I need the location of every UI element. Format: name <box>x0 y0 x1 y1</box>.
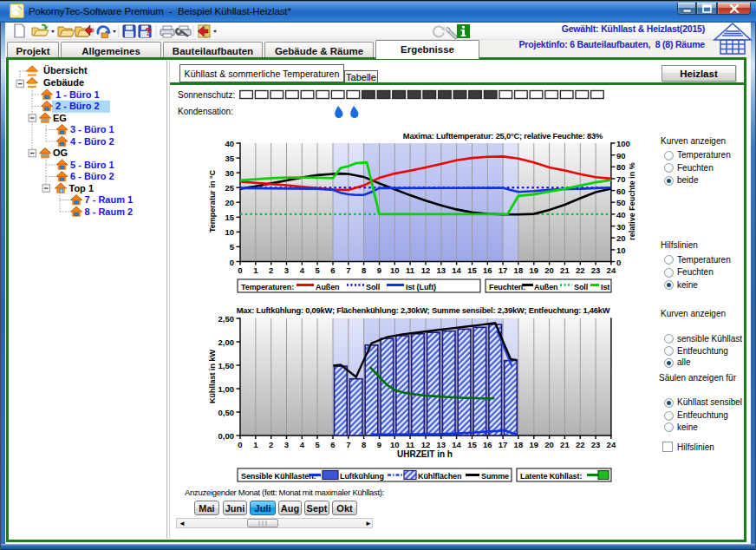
svg-text:10: 10 <box>225 227 234 237</box>
svg-text:2,50: 2,50 <box>218 314 235 324</box>
svg-text:24: 24 <box>607 265 616 275</box>
svg-text:24: 24 <box>607 440 616 449</box>
svg-text:0: 0 <box>230 258 234 267</box>
svg-text:Außen: Außen <box>534 283 558 291</box>
svg-text:30: 30 <box>225 168 234 178</box>
svg-text:0: 0 <box>238 440 242 449</box>
svg-text:0: 0 <box>616 258 621 267</box>
svg-text:2: 2 <box>269 440 273 449</box>
svg-text:Außen: Außen <box>316 283 340 291</box>
svg-text:Soll: Soll <box>574 283 588 291</box>
svg-text:Sonnenschutz:: Sonnenschutz: <box>178 90 235 100</box>
svg-text:15: 15 <box>467 440 477 449</box>
svg-text:Temperaturen:: Temperaturen: <box>241 283 294 291</box>
svg-text:11: 11 <box>406 440 415 449</box>
svg-text:1: 1 <box>253 265 258 275</box>
svg-text:13: 13 <box>437 265 446 275</box>
svg-text:Ist: Ist <box>601 283 609 291</box>
svg-text:100: 100 <box>616 139 630 148</box>
svg-text:17: 17 <box>499 440 508 449</box>
svg-text:40: 40 <box>616 210 626 219</box>
svg-text:12: 12 <box>421 265 431 275</box>
svg-text:0: 0 <box>238 265 242 275</box>
svg-text:1,50: 1,50 <box>218 361 235 370</box>
svg-text:Soll: Soll <box>366 283 380 291</box>
svg-text:13: 13 <box>437 440 446 449</box>
svg-text:22: 22 <box>576 440 585 449</box>
svg-text:19: 19 <box>530 440 539 449</box>
svg-text:8: 8 <box>362 265 366 275</box>
svg-text:14: 14 <box>452 440 461 449</box>
svg-text:Kühllast in kW: Kühllast in kW <box>208 350 217 404</box>
svg-text:?: ? <box>145 25 152 38</box>
svg-text:Luftkühlung: Luftkühlung <box>340 472 384 481</box>
svg-text:90: 90 <box>616 151 626 160</box>
svg-text:20: 20 <box>544 265 554 275</box>
svg-text:4: 4 <box>300 440 305 449</box>
svg-text:12: 12 <box>421 440 431 449</box>
svg-text:5: 5 <box>230 242 235 252</box>
svg-text:15: 15 <box>467 265 477 275</box>
svg-text:1: 1 <box>253 440 258 449</box>
svg-text:23: 23 <box>591 265 601 275</box>
svg-text:9: 9 <box>377 440 381 449</box>
svg-text:70: 70 <box>616 174 626 184</box>
svg-text:Max: Luftkühlung: 0,09kW; Fläc: Max: Luftkühlung: 0,09kW; Flächenkühlung… <box>237 306 610 315</box>
svg-text:Kühlflächen: Kühlflächen <box>418 472 461 481</box>
svg-text:19: 19 <box>530 265 539 275</box>
svg-text:Sensible Kühllasten:: Sensible Kühllasten: <box>241 472 316 481</box>
svg-text:18: 18 <box>514 265 524 275</box>
svg-text:10: 10 <box>390 265 400 275</box>
svg-text:7: 7 <box>346 440 350 449</box>
svg-text:0,50: 0,50 <box>218 408 235 417</box>
svg-text:20: 20 <box>616 233 626 243</box>
svg-text:35: 35 <box>225 154 234 163</box>
svg-text:21: 21 <box>560 440 570 449</box>
svg-text:Maxima: Lufttemperatur: 25,0°: Maxima: Lufttemperatur: 25,0°C; relative… <box>403 132 603 141</box>
svg-text:40: 40 <box>225 139 234 148</box>
svg-text:3: 3 <box>284 440 289 449</box>
svg-text:17: 17 <box>499 265 508 275</box>
svg-text:20: 20 <box>225 198 234 207</box>
svg-text:Latente Kühllast:: Latente Kühllast: <box>520 472 582 481</box>
svg-text:0,00: 0,00 <box>218 431 235 441</box>
svg-text:3: 3 <box>284 265 289 275</box>
svg-text:15: 15 <box>225 213 234 222</box>
svg-text:2: 2 <box>269 265 273 275</box>
svg-text:18: 18 <box>514 440 524 449</box>
svg-text:10: 10 <box>390 440 400 449</box>
svg-text:7: 7 <box>346 265 350 275</box>
svg-text:relative Feuchte in %: relative Feuchte in % <box>628 162 636 240</box>
svg-text:60: 60 <box>616 187 626 196</box>
svg-text:Temperatur in °C: Temperatur in °C <box>208 170 217 232</box>
svg-text:10: 10 <box>616 246 626 255</box>
svg-text:23: 23 <box>591 440 601 449</box>
svg-text:1,00: 1,00 <box>218 384 235 394</box>
svg-text:16: 16 <box>483 265 492 275</box>
svg-text:25: 25 <box>225 183 234 193</box>
svg-text:UHRZEIT in h: UHRZEIT in h <box>397 449 453 459</box>
svg-text:8: 8 <box>362 440 366 449</box>
svg-text:6: 6 <box>330 265 335 275</box>
svg-text:80: 80 <box>616 162 626 172</box>
svg-text:14: 14 <box>452 265 461 275</box>
svg-text:Feuchten:: Feuchten: <box>489 283 525 291</box>
svg-text:6: 6 <box>330 440 335 449</box>
svg-text:Summe: Summe <box>481 472 509 481</box>
svg-text:2,00: 2,00 <box>218 337 235 347</box>
svg-text:4: 4 <box>300 265 305 275</box>
svg-text:21: 21 <box>560 265 570 275</box>
svg-text:11: 11 <box>406 265 415 275</box>
svg-text:Ist (Luft): Ist (Luft) <box>406 283 436 291</box>
svg-text:30: 30 <box>616 222 626 232</box>
svg-text:22: 22 <box>576 265 585 275</box>
svg-text:5: 5 <box>315 440 320 449</box>
svg-text:20: 20 <box>544 440 554 449</box>
svg-text:Kondensation:: Kondensation: <box>178 107 233 116</box>
svg-text:16: 16 <box>483 440 492 449</box>
svg-text:50: 50 <box>616 198 626 207</box>
svg-text:5: 5 <box>315 265 320 275</box>
svg-text:9: 9 <box>377 265 381 275</box>
